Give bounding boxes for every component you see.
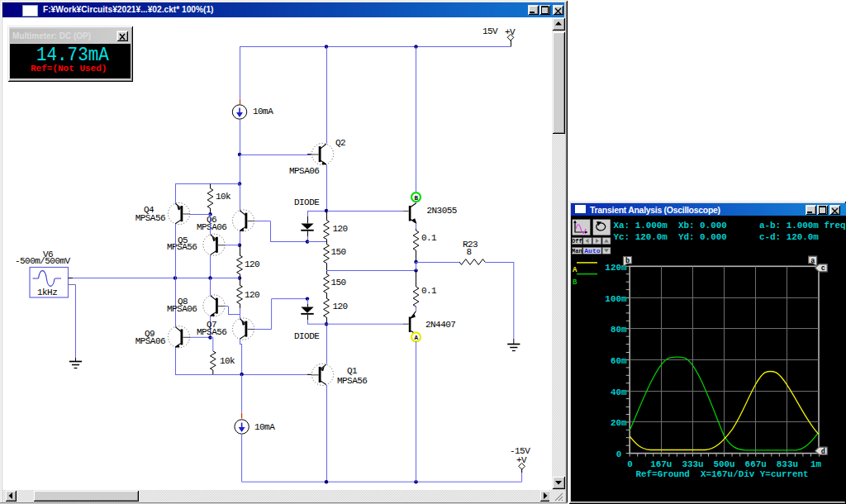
- svg-text:1kHz: 1kHz: [37, 288, 57, 297]
- svg-text:Ref=Ground X=167u/Div Y=curre: Ref=Ground X=167u/Div Y=current: [636, 469, 809, 479]
- svg-text:667u: 667u: [745, 459, 767, 469]
- svg-text:2N3055: 2N3055: [427, 206, 457, 216]
- svg-text:833u: 833u: [777, 459, 798, 469]
- svg-text:60m: 60m: [611, 356, 627, 366]
- svg-text:1m: 1m: [810, 459, 822, 469]
- svg-text:40m: 40m: [611, 388, 627, 397]
- svg-text:0.1: 0.1: [421, 233, 437, 243]
- svg-text:B: B: [573, 278, 577, 287]
- svg-text:0: 0: [627, 459, 633, 469]
- svg-text:120: 120: [333, 302, 348, 311]
- svg-text:A: A: [573, 266, 577, 274]
- svg-text:DIODE: DIODE: [294, 331, 320, 341]
- svg-text:10mA: 10mA: [253, 107, 273, 116]
- svg-text:MPSA06: MPSA06: [167, 304, 197, 314]
- svg-text:500u: 500u: [714, 459, 735, 469]
- svg-text:Q2: Q2: [335, 138, 345, 148]
- svg-text:MPSA06: MPSA06: [197, 222, 226, 232]
- svg-text:15V: 15V: [482, 26, 498, 36]
- svg-text:120: 120: [333, 224, 348, 234]
- svg-text:+V: +V: [505, 27, 516, 37]
- svg-text:DIODE: DIODE: [294, 197, 320, 207]
- svg-text:Xa: 1.000m Xb: 0.000 a-b: Xa: 1.000m Xb: 0.000 a-b: 1.000m freq: 1: [614, 221, 846, 231]
- svg-text:100m: 100m: [605, 294, 627, 304]
- svg-text:0.1: 0.1: [421, 286, 437, 296]
- svg-text:80m: 80m: [611, 325, 627, 335]
- svg-text:333u: 333u: [682, 459, 703, 469]
- svg-text:0: 0: [616, 449, 622, 459]
- svg-text:150: 150: [331, 247, 346, 257]
- svg-text:20m: 20m: [611, 418, 627, 428]
- svg-text:Q1: Q1: [347, 366, 358, 376]
- svg-text:MPSA56: MPSA56: [167, 242, 197, 252]
- svg-text:120: 120: [245, 259, 259, 269]
- svg-text:MPSA56: MPSA56: [197, 327, 226, 337]
- svg-text:2N4407: 2N4407: [425, 320, 455, 330]
- svg-text:120: 120: [245, 290, 259, 300]
- svg-text:MPSA56: MPSA56: [135, 213, 165, 223]
- svg-text:MPSA56: MPSA56: [337, 376, 367, 386]
- svg-text:-500m/500mV: -500m/500mV: [15, 256, 71, 266]
- svg-text:10k: 10k: [220, 356, 235, 366]
- svg-text:150: 150: [331, 278, 346, 288]
- svg-text:Yc: 120.0m Yd: 0.000 c-d: Yc: 120.0m Yd: 0.000 c-d: 120.0m: [614, 232, 820, 242]
- svg-text:Auto: Auto: [584, 247, 600, 254]
- svg-text:b: b: [625, 257, 630, 265]
- svg-text:8: 8: [467, 247, 472, 257]
- svg-text:MPSA06: MPSA06: [289, 166, 319, 176]
- svg-text:Man: Man: [572, 248, 582, 254]
- svg-text:10mA: 10mA: [254, 422, 275, 432]
- svg-text:+V: +V: [516, 455, 527, 465]
- svg-text:a: a: [810, 257, 815, 265]
- svg-text:MPSA06: MPSA06: [135, 336, 165, 346]
- svg-text:10k: 10k: [216, 192, 231, 202]
- svg-text:c: c: [821, 264, 825, 273]
- svg-text:Off: Off: [572, 238, 582, 245]
- svg-text:d: d: [821, 448, 825, 456]
- svg-text:167u: 167u: [650, 459, 672, 469]
